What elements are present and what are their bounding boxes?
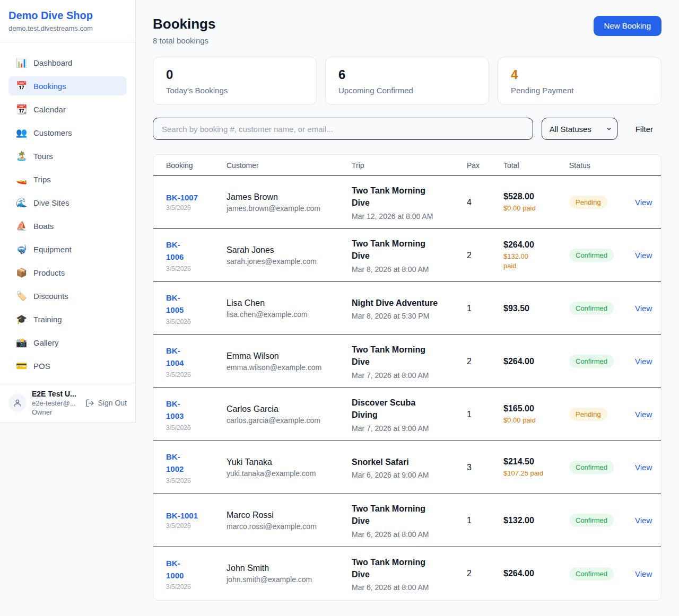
booking-id-link[interactable]: BK-1000	[166, 557, 190, 582]
column-header-status: Status	[569, 161, 635, 170]
status-badge: Confirmed	[569, 249, 614, 262]
search-input[interactable]	[153, 118, 533, 140]
sidebar-item-boats[interactable]: ⛵ Boats	[8, 216, 127, 235]
booking-id-link[interactable]: BK-1001	[166, 511, 198, 520]
sidebar-item-label: Dive Sites	[33, 198, 69, 207]
view-link[interactable]: View	[635, 198, 657, 207]
gallery-icon: 📸	[16, 337, 27, 348]
table-row: BK-1000 3/5/2026 John Smith john.smith@e…	[153, 547, 661, 600]
customer-cell: John Smith john.smith@example.com	[227, 564, 352, 584]
filter-button[interactable]: Filter	[636, 125, 653, 134]
sidebar: Demo Dive Shop demo.test.divestreams.com…	[0, 0, 136, 616]
user-info: E2E Test U... e2e-tester@... Owner	[32, 390, 80, 416]
booking-id-link[interactable]: BK-1002	[166, 451, 190, 476]
customer-cell: James Brown james.brown@example.com	[227, 192, 352, 213]
table-row: BK-1003 3/5/2026 Carlos Garcia carlos.ga…	[153, 388, 661, 441]
view-link[interactable]: View	[635, 569, 657, 578]
sidebar-item-pos[interactable]: 💳 POS	[8, 356, 127, 375]
calendar-icon: 📆	[16, 104, 27, 115]
trip-cell: Snorkel Safari Mar 6, 2026 at 9:00 AM	[352, 456, 467, 479]
sidebar-item-label: Bookings	[33, 82, 66, 91]
sidebar-item-dive-sites[interactable]: 🌊 Dive Sites	[8, 193, 127, 212]
sidebar-item-training[interactable]: 🎓 Training	[8, 310, 127, 329]
sidebar-item-equipment[interactable]: 🤿 Equipment	[8, 240, 127, 259]
booking-date: 3/5/2026	[166, 477, 227, 485]
customer-email: yuki.tanaka@example.com	[227, 469, 352, 478]
trip-cell: Discover Scuba Diving Mar 7, 2026 at 9:0…	[352, 397, 467, 432]
sidebar-item-discounts[interactable]: 🏷️ Discounts	[8, 286, 127, 305]
pax-value: 2	[467, 251, 503, 260]
column-header-trip: Trip	[352, 161, 467, 170]
column-header-pax: Pax	[467, 161, 503, 170]
booking-id-link[interactable]: BK-1003	[166, 398, 190, 423]
paid-amount: $107.25 paid	[503, 469, 569, 478]
status-cell: Pending	[569, 196, 635, 209]
trip-cell: Two Tank Morning Dive Mar 6, 2026 at 8:0…	[352, 556, 467, 592]
status-cell: Confirmed	[569, 302, 635, 315]
sidebar-item-bookings[interactable]: 📅 Bookings	[8, 76, 127, 95]
sidebar-item-label: Tours	[33, 152, 53, 161]
user-role: Owner	[32, 408, 80, 416]
booking-id-link[interactable]: BK-1007	[166, 193, 198, 202]
sidebar-item-calendar[interactable]: 📆 Calendar	[8, 100, 127, 119]
total-amount: $264.00	[503, 569, 569, 578]
customer-email: lisa.chen@example.com	[227, 310, 352, 319]
trip-datetime: Mar 7, 2026 at 9:00 AM	[352, 424, 467, 433]
trip-name: Discover Scuba Diving	[352, 397, 431, 421]
booking-id-link[interactable]: BK-1005	[166, 292, 190, 316]
products-icon: 📦	[16, 267, 27, 278]
customer-name: Emma Wilson	[227, 351, 352, 361]
status-select[interactable]: All Statuses	[542, 118, 617, 140]
table-row: BK-1004 3/5/2026 Emma Wilson emma.wilson…	[153, 335, 661, 388]
trip-datetime: Mar 7, 2026 at 8:00 AM	[352, 371, 467, 380]
stat-value: 6	[338, 68, 476, 82]
status-cell: Confirmed	[569, 567, 635, 580]
customer-email: john.smith@example.com	[227, 575, 352, 584]
pax-value: 3	[467, 463, 503, 472]
sidebar-item-dashboard[interactable]: 📊 Dashboard	[8, 53, 127, 72]
status-cell: Confirmed	[569, 249, 635, 262]
trip-name: Two Tank Morning Dive	[352, 237, 431, 262]
view-link[interactable]: View	[635, 357, 657, 366]
brand-domain: demo.test.divestreams.com	[8, 24, 127, 32]
status-cell: Confirmed	[569, 514, 635, 527]
customer-cell: Marco Rossi marco.rossi@example.com	[227, 511, 352, 531]
total-amount: $132.00	[503, 516, 569, 525]
status-badge: Confirmed	[569, 514, 614, 527]
booking-date: 3/5/2026	[166, 204, 227, 212]
booking-date: 3/5/2026	[166, 424, 227, 432]
booking-cell: BK-1003 3/5/2026	[166, 398, 227, 432]
stat-label: Upcoming Confirmed	[338, 86, 476, 95]
sidebar-item-products[interactable]: 📦 Products	[8, 263, 127, 282]
equipment-icon: 🤿	[16, 244, 27, 254]
view-link[interactable]: View	[635, 410, 657, 419]
sidebar-item-customers[interactable]: 👥 Customers	[8, 123, 127, 142]
trip-datetime: Mar 6, 2026 at 8:00 AM	[352, 530, 467, 539]
sidebar-item-label: Boats	[33, 222, 54, 231]
new-booking-button[interactable]: New Booking	[594, 16, 661, 36]
sidebar-item-gallery[interactable]: 📸 Gallery	[8, 333, 127, 352]
sidebar-item-label: Calendar	[33, 105, 66, 114]
trip-name: Two Tank Morning Dive	[352, 556, 431, 580]
sidebar-item-tours[interactable]: 🏝️ Tours	[8, 146, 127, 165]
dashboard-icon: 📊	[16, 57, 27, 68]
stat-card-pending-payment: 4 Pending Payment	[498, 57, 661, 105]
pax-value: 4	[467, 198, 503, 207]
booking-id-link[interactable]: BK-1006	[166, 239, 190, 263]
customer-name: Carlos Garcia	[227, 404, 352, 414]
sidebar-item-trips[interactable]: 🚤 Trips	[8, 170, 127, 189]
customer-name: Marco Rossi	[227, 511, 352, 520]
sign-out-button[interactable]: Sign Out	[85, 399, 127, 408]
sidebar-item-label: Discounts	[33, 292, 68, 301]
status-badge: Confirmed	[569, 355, 614, 368]
customer-cell: Sarah Jones sarah.jones@example.com	[227, 245, 352, 266]
view-link[interactable]: View	[635, 516, 657, 525]
dive-sites-icon: 🌊	[16, 197, 27, 208]
view-link[interactable]: View	[635, 251, 657, 260]
booking-id-link[interactable]: BK-1004	[166, 345, 190, 369]
tours-icon: 🏝️	[16, 151, 27, 161]
sign-out-icon	[85, 399, 94, 408]
sidebar-item-label: POS	[33, 362, 50, 371]
view-link[interactable]: View	[635, 304, 657, 313]
view-link[interactable]: View	[635, 463, 657, 472]
